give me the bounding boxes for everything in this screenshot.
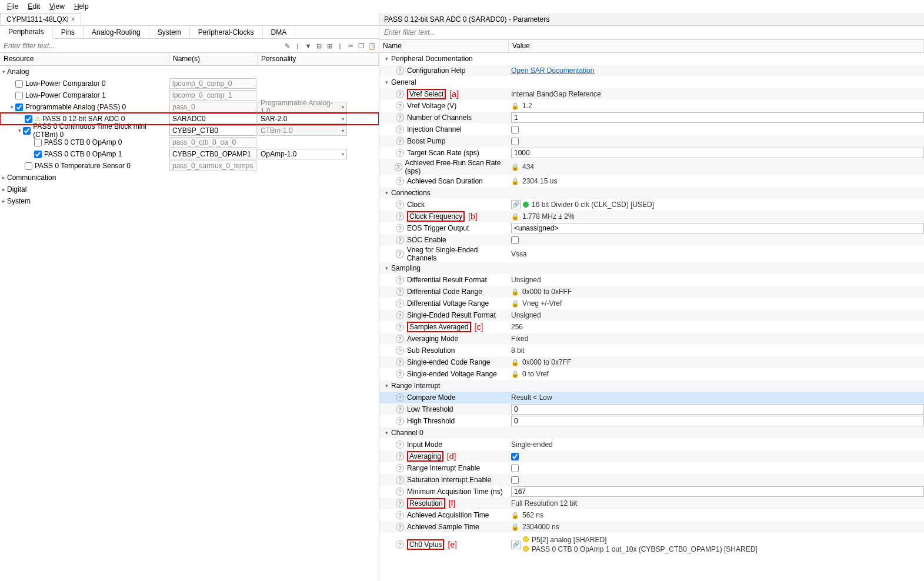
tree-saradc[interactable]: PASS 0 12-bit SAR ADC 0 [42, 115, 125, 123]
tree-pass0[interactable]: Programmable Analog (PASS) 0 [25, 103, 126, 111]
filter-input[interactable] [0, 39, 282, 52]
help-icon[interactable]: ? [396, 236, 404, 244]
help-icon[interactable]: ? [396, 440, 404, 449]
tree-digital[interactable]: Digital [7, 185, 26, 193]
help-icon[interactable]: ? [396, 335, 404, 343]
subtab-peripherals[interactable]: Peripherals [0, 26, 53, 39]
input-tscan[interactable] [511, 148, 924, 158]
help-icon[interactable]: ? [396, 311, 404, 319]
help-icon[interactable]: ? [396, 137, 404, 145]
expander-icon[interactable]: ▾ [0, 69, 7, 75]
input-lthr[interactable] [511, 404, 924, 415]
help-icon[interactable]: ? [396, 464, 404, 472]
tree-analog[interactable]: Analog [7, 68, 29, 76]
tree-opamp0[interactable]: PASS 0 CTB 0 OpAmp 0 [44, 138, 122, 146]
clear-filter-icon[interactable]: ✎ [282, 41, 292, 51]
help-icon[interactable]: ? [396, 476, 404, 484]
val-cmode[interactable]: Result < Low [509, 393, 924, 402]
name-input[interactable] [169, 102, 256, 112]
header-param-value[interactable]: Value [509, 40, 924, 52]
expander-icon[interactable]: ▸ [0, 175, 7, 181]
checkbox[interactable] [34, 139, 42, 146]
name-input[interactable] [169, 149, 256, 159]
cat-channel0[interactable]: Channel 0 [391, 429, 423, 437]
cat-range-int[interactable]: Range Interrupt [391, 382, 440, 390]
open-sar-doc-link[interactable]: Open SAR Documentation [511, 66, 594, 75]
expander-icon[interactable]: ▾ [383, 430, 390, 436]
name-input[interactable] [169, 78, 256, 89]
tree-system[interactable]: System [7, 197, 31, 205]
checkbox-rie[interactable] [511, 465, 519, 472]
val-serf[interactable]: Unsigned [509, 311, 924, 319]
help-icon[interactable]: ? [396, 540, 404, 549]
cat-connections[interactable]: Connections [391, 189, 431, 197]
checkbox[interactable] [25, 115, 32, 123]
help-icon[interactable]: ? [396, 358, 404, 366]
checkbox[interactable] [15, 103, 23, 111]
help-icon[interactable]: ? [396, 299, 404, 308]
help-icon[interactable]: ? [396, 417, 404, 425]
val-savg[interactable]: 256 [509, 323, 924, 331]
name-input[interactable] [169, 113, 256, 124]
help-icon[interactable]: ? [396, 452, 404, 460]
help-icon[interactable]: ? [396, 113, 404, 122]
menu-view[interactable]: View [45, 1, 69, 12]
personality-select[interactable]: CTBm-1.0▾ [258, 125, 347, 136]
help-icon[interactable]: ? [396, 393, 404, 402]
checkbox-soc[interactable] [511, 236, 519, 244]
link-icon[interactable]: 🔗 [511, 540, 521, 549]
menu-edit[interactable]: Edit [23, 1, 45, 12]
subtab-system[interactable]: System [149, 26, 190, 38]
header-param-name[interactable]: Name [379, 40, 509, 52]
expander-icon[interactable]: ▸ [0, 186, 7, 192]
val-vplus-1[interactable]: P5[2] analog [SHARED] [532, 536, 606, 544]
filter-icon[interactable]: ▼ [303, 41, 313, 51]
expander-icon[interactable]: ▾ [383, 265, 390, 271]
name-input[interactable] [169, 161, 256, 171]
val-vref-select[interactable]: Internal BandGap Reference [509, 90, 924, 98]
val-vneg[interactable]: Vssa [509, 250, 924, 258]
help-icon[interactable]: ? [396, 487, 404, 496]
val-drf[interactable]: Unsigned [509, 276, 924, 284]
cat-sampling[interactable]: Sampling [391, 264, 421, 272]
subtab-pins[interactable]: Pins [53, 26, 84, 38]
checkbox-avg[interactable] [511, 453, 519, 460]
val-imode[interactable]: Single-ended [509, 440, 924, 449]
header-names[interactable]: Name(s) [169, 53, 258, 65]
help-icon[interactable]: ? [396, 523, 404, 531]
expander-icon[interactable]: ▾ [383, 383, 390, 389]
input-hthr[interactable] [511, 416, 924, 426]
tree-opamp1[interactable]: PASS 0 CTB 0 OpAmp 1 [44, 150, 122, 158]
help-icon[interactable]: ? [396, 323, 404, 331]
expander-icon[interactable]: ▾ [16, 128, 23, 133]
val-clock[interactable]: 16 bit Divider 0 clk (CLK_CSD) [USED] [532, 201, 654, 209]
checkbox[interactable] [15, 92, 23, 99]
checkbox[interactable] [34, 151, 42, 158]
header-resource[interactable]: Resource [0, 53, 169, 65]
help-icon[interactable]: ? [396, 177, 404, 185]
paste-icon[interactable]: 📋 [367, 41, 376, 51]
val-vplus-2[interactable]: PASS 0 CTB 0 OpAmp 1 out_10x (CYBSP_CTB0… [532, 545, 758, 553]
subtab-peripheral-clocks[interactable]: Peripheral-Clocks [190, 26, 263, 38]
tree-temp[interactable]: PASS 0 Temperature Sensor 0 [35, 162, 131, 170]
help-icon[interactable]: ? [396, 370, 404, 378]
help-icon[interactable]: ? [396, 346, 404, 355]
val-avgm[interactable]: Fixed [509, 335, 924, 343]
personality-select[interactable]: SAR-2.0▾ [258, 113, 347, 124]
help-icon[interactable]: ? [396, 405, 404, 413]
help-icon[interactable]: ? [396, 288, 404, 296]
help-icon[interactable]: ? [396, 66, 404, 75]
expand-icon[interactable]: ⊟ [314, 41, 323, 51]
subtab-dma[interactable]: DMA [263, 26, 296, 38]
help-icon[interactable]: ? [396, 125, 404, 133]
personality-select[interactable]: Programmable Analog-1.0▾ [258, 102, 347, 112]
cat-doc[interactable]: Peripheral Documentation [391, 55, 473, 63]
checkbox[interactable] [23, 127, 31, 135]
tab-device[interactable]: CYPM1311-48LQXI [0, 13, 81, 25]
expander-icon[interactable]: ▾ [383, 79, 390, 85]
link-icon[interactable]: 🔗 [511, 200, 521, 209]
checkbox[interactable] [15, 80, 23, 88]
help-icon[interactable]: ? [396, 212, 404, 221]
help-icon[interactable]: ? [396, 224, 404, 232]
menu-help[interactable]: Help [69, 1, 94, 12]
